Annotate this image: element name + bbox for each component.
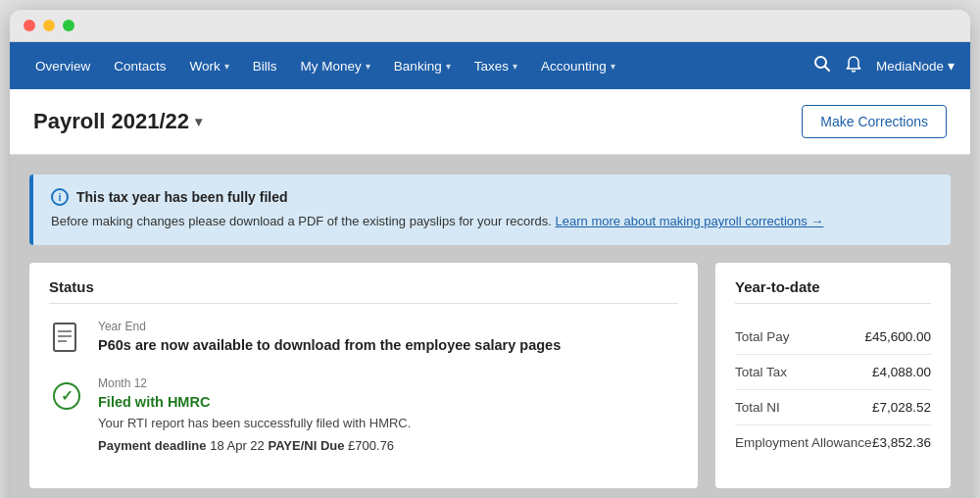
ytd-total-pay-value: £45,600.00	[864, 329, 931, 344]
ytd-employment-allowance-label: Employment Allowance	[735, 435, 872, 450]
learn-more-link[interactable]: Learn more about making payroll correcti…	[556, 214, 824, 228]
user-menu[interactable]: MediaNode ▾	[876, 58, 955, 74]
nav-accounting[interactable]: Accounting▾	[531, 53, 625, 79]
status-year-end-text: P60s are now available to download from …	[98, 335, 561, 355]
status-year-end-content: Year End P60s are now available to downl…	[98, 320, 561, 355]
info-banner-body: Before making changes please download a …	[51, 212, 933, 231]
page-title-dropdown-icon[interactable]: ▾	[195, 114, 202, 129]
search-icon[interactable]	[813, 55, 831, 77]
chevron-down-icon: ▾	[611, 61, 615, 72]
status-hmrc-text: Filed with HMRC	[98, 392, 411, 412]
ytd-total-ni-value: £7,028.52	[872, 400, 931, 415]
svg-line-1	[824, 66, 829, 71]
paye-ni-due-value: £700.76	[348, 438, 394, 453]
nav-banking[interactable]: Banking▾	[384, 53, 461, 79]
chevron-down-icon: ▾	[446, 61, 451, 72]
status-hmrc-label: Month 12	[98, 376, 411, 390]
status-panel-title: Status	[49, 278, 678, 304]
ytd-row-total-ni: Total NI £7,028.52	[735, 390, 931, 425]
ytd-row-employment-allowance: Employment Allowance £3,852.36	[735, 425, 931, 460]
title-bar	[10, 10, 970, 42]
make-corrections-button[interactable]: Make Corrections	[802, 105, 947, 138]
chevron-down-icon: ▾	[948, 58, 955, 74]
maximize-button[interactable]	[63, 20, 74, 31]
info-banner-title: i This tax year has been fully filed	[51, 188, 933, 206]
ytd-total-ni-label: Total NI	[735, 400, 780, 415]
ytd-panel-title: Year-to-date	[735, 278, 931, 304]
status-item-year-end: Year End P60s are now available to downl…	[49, 320, 678, 357]
status-hmrc-content: Month 12 Filed with HMRC Your RTI report…	[98, 376, 411, 453]
paye-ni-due-label: PAYE/NI Due	[268, 438, 344, 453]
payment-deadline-date: 18 Apr 22	[210, 438, 268, 453]
info-banner: i This tax year has been fully filed Bef…	[29, 174, 951, 245]
chevron-down-icon: ▾	[513, 61, 517, 72]
ytd-employment-allowance-value: £3,852.36	[872, 435, 931, 450]
check-circle-icon: ✓	[49, 378, 84, 414]
page-title: Payroll 2021/22 ▾	[33, 109, 202, 134]
nav-bar: Overview Contacts Work▾ Bills My Money▾ …	[10, 42, 970, 89]
bell-icon[interactable]	[845, 55, 862, 77]
content-row: Status Year End P60s are now available	[29, 263, 951, 488]
nav-bills[interactable]: Bills	[243, 53, 287, 79]
app-window: Overview Contacts Work▾ Bills My Money▾ …	[10, 10, 970, 498]
payment-deadline-label: Payment deadline	[98, 438, 207, 453]
nav-my-money[interactable]: My Money▾	[291, 53, 380, 79]
status-panel: Status Year End P60s are now available	[29, 263, 698, 488]
minimize-button[interactable]	[43, 20, 55, 31]
status-hmrc-sub: Your RTI report has been successfully fi…	[98, 416, 411, 430]
ytd-row-total-tax: Total Tax £4,088.00	[735, 355, 931, 390]
info-icon: i	[51, 188, 69, 206]
ytd-row-total-pay: Total Pay £45,600.00	[735, 320, 931, 355]
nav-right: MediaNode ▾	[813, 55, 955, 77]
nav-items: Overview Contacts Work▾ Bills My Money▾ …	[25, 53, 813, 79]
ytd-total-tax-value: £4,088.00	[872, 365, 931, 379]
chevron-down-icon: ▾	[366, 61, 370, 72]
nav-taxes[interactable]: Taxes▾	[465, 53, 527, 79]
status-hmrc-footer: Payment deadline 18 Apr 22 PAYE/NI Due £…	[98, 438, 411, 453]
page-header: Payroll 2021/22 ▾ Make Corrections	[10, 89, 970, 155]
main-content: i This tax year has been fully filed Bef…	[10, 155, 970, 498]
chevron-down-icon: ▾	[224, 61, 229, 72]
document-icon	[49, 322, 84, 357]
status-item-hmrc: ✓ Month 12 Filed with HMRC Your RTI repo…	[49, 376, 678, 453]
nav-contacts[interactable]: Contacts	[104, 53, 175, 79]
ytd-total-pay-label: Total Pay	[735, 329, 790, 344]
close-button[interactable]	[24, 20, 35, 31]
nav-overview[interactable]: Overview	[25, 53, 100, 79]
status-year-end-label: Year End	[98, 320, 561, 333]
ytd-panel: Year-to-date Total Pay £45,600.00 Total …	[715, 263, 951, 488]
nav-work[interactable]: Work▾	[180, 53, 239, 79]
ytd-total-tax-label: Total Tax	[735, 365, 787, 379]
